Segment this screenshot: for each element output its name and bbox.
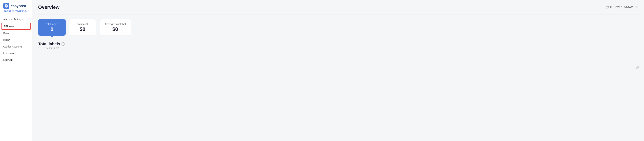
- stat-value-average-cost: $0: [112, 26, 118, 32]
- header-right: 12/11/2022 - 1/9/2023: [606, 6, 638, 9]
- stat-card-total-cost: Total cost $0: [69, 19, 96, 36]
- svg-rect-1: [606, 6, 609, 8]
- user-email-text: developers@fivetran.c...: [4, 10, 28, 12]
- total-labels-section-header: Total labels i: [38, 42, 638, 46]
- stat-label-total-cost: Total cost: [77, 23, 88, 26]
- sidebar-item-api-keys[interactable]: API Keys: [2, 23, 30, 30]
- chevron-down-icon: ▾: [28, 10, 29, 12]
- sidebar: easypost developers@fivetran.c... ▾ Acco…: [0, 0, 32, 141]
- sidebar-item-label: Billing: [3, 38, 10, 42]
- page-header: Overview 12/11/2022 - 1/9/2023: [38, 4, 638, 10]
- date-range-text: 12/11/2022 - 1/9/2023: [610, 6, 633, 9]
- dropdown-menu: Account Settings API Keys Brand Billing …: [0, 15, 32, 141]
- user-email-button[interactable]: developers@fivetran.c... ▾: [3, 10, 29, 12]
- stat-label-average-cost: Average cost/label: [105, 23, 126, 26]
- main-content: Overview 12/11/2022 - 1/9/2023: [32, 0, 644, 141]
- sidebar-item-account-settings[interactable]: Account Settings: [0, 16, 32, 23]
- sidebar-item-label: User Info: [3, 52, 14, 55]
- sidebar-item-log-out[interactable]: Log Out: [0, 56, 32, 63]
- sidebar-item-label: API Keys: [4, 25, 14, 28]
- easypost-logo-icon: [3, 3, 9, 9]
- stat-card-total-labels: Total labels 0: [38, 19, 66, 36]
- calendar-icon: [606, 6, 609, 9]
- sidebar-item-label: Log Out: [3, 58, 12, 61]
- section-subtitle-total-labels: 12/11/22 - 1/9/23 IST: [38, 47, 638, 50]
- section-title-total-labels: Total labels: [38, 42, 60, 46]
- stat-value-total-labels: 0: [50, 26, 54, 32]
- export-icon[interactable]: [636, 66, 640, 70]
- logo: easypost: [3, 3, 29, 9]
- date-range: 12/11/2022 - 1/9/2023: [606, 6, 633, 9]
- sidebar-item-brand[interactable]: Brand: [0, 30, 32, 37]
- stats-row: Total labels 0 Total cost $0 Average cos…: [38, 19, 638, 36]
- logo-text: easypost: [11, 4, 26, 8]
- sidebar-item-carrier-accounts[interactable]: Carrier Accounts: [0, 43, 32, 50]
- stat-label-total-labels: Total labels: [46, 23, 58, 26]
- logo-area: easypost developers@fivetran.c... ▾: [0, 3, 32, 14]
- info-icon[interactable]: i: [62, 42, 65, 46]
- header-divider: [38, 14, 638, 15]
- info-icon-text: i: [63, 43, 63, 45]
- sidebar-item-label: Carrier Accounts: [3, 45, 22, 48]
- sidebar-item-user-info[interactable]: User Info: [0, 50, 32, 56]
- sidebar-item-label: Account Settings: [3, 18, 23, 21]
- page-title: Overview: [38, 4, 60, 10]
- sidebar-item-label: Brand: [3, 32, 10, 35]
- sidebar-item-billing[interactable]: Billing: [0, 37, 32, 43]
- stat-value-total-cost: $0: [80, 26, 85, 32]
- filter-icon[interactable]: [635, 6, 638, 9]
- stat-card-average-cost: Average cost/label $0: [99, 19, 131, 36]
